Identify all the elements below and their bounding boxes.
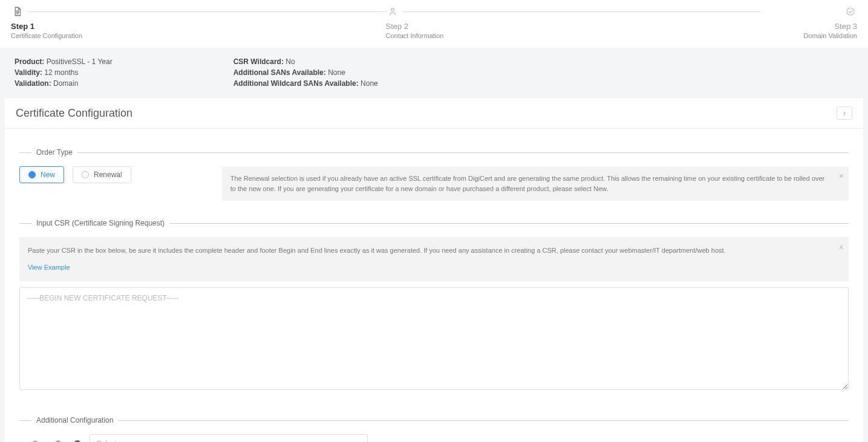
panel-body: Order Type New Renewal × The Renewal sel… <box>5 129 863 442</box>
value-validity: 12 months <box>44 68 78 77</box>
summary-left: Product: PositiveSSL - 1 Year Validity: … <box>15 56 113 89</box>
server-type-row: Server Type ? Select ⌄ <box>19 434 849 442</box>
radio-dot-icon <box>28 171 36 178</box>
label-sans: Additional SANs Available: <box>233 68 326 77</box>
summary-right: CSR Wildcard: No Additional SANs Availab… <box>233 56 378 89</box>
value-wildcard: No <box>286 57 295 66</box>
select-placeholder: Select <box>96 440 116 442</box>
divider <box>169 223 849 224</box>
svg-point-1 <box>847 8 854 15</box>
person-icon <box>386 5 399 18</box>
label-validation: Validation: <box>15 79 51 88</box>
close-icon[interactable]: × <box>839 241 844 254</box>
section-csr-head: Input CSR (Certificate Signing Request) <box>19 219 849 227</box>
csr-instruction-box: × Paste your CSR in the box below, be su… <box>19 237 849 281</box>
section-title: Input CSR (Certificate Signing Request) <box>36 219 165 227</box>
label-wsans: Additional Wildcard SANs Available: <box>233 79 359 88</box>
wizard-step-label: Step 1 <box>11 22 386 31</box>
renewal-info-text: The Renewal selection is used if you alr… <box>230 175 825 192</box>
summary-strip: Product: PositiveSSL - 1 Year Validity: … <box>0 48 868 97</box>
check-icon <box>844 5 857 18</box>
view-example-link[interactable]: View Example <box>28 262 70 273</box>
section-order-type-head: Order Type <box>19 148 849 157</box>
section-addl-head: Additional Configuration <box>19 416 849 424</box>
value-wsans: None <box>361 79 378 88</box>
csr-input[interactable] <box>19 287 849 390</box>
wizard-step-sublabel: Domain Validation <box>760 32 857 39</box>
config-panel: Certificate Configuration › Order Type N… <box>5 97 863 442</box>
divider <box>77 152 849 153</box>
wizard-step-sublabel: Contact Information <box>386 32 761 39</box>
divider <box>19 152 31 153</box>
label-product: Product: <box>15 57 44 66</box>
wizard-connector <box>403 11 761 12</box>
divider <box>19 223 31 224</box>
panel-next-button[interactable]: › <box>837 106 852 120</box>
radio-label: Renewal <box>94 171 122 179</box>
wizard-step-sublabel: Certificate Configuration <box>11 32 386 39</box>
panel-header: Certificate Configuration › <box>5 98 863 129</box>
server-type-label: Server Type ? <box>33 440 81 442</box>
label-wildcard: CSR Wildcard: <box>233 57 284 66</box>
radio-label: New <box>41 171 55 179</box>
wizard-connector <box>28 11 386 12</box>
wizard-bar: Step 1 Certificate Configuration Step 2 … <box>0 0 868 48</box>
section-title: Additional Configuration <box>36 416 113 424</box>
divider <box>19 420 31 421</box>
server-type-select[interactable]: Select ⌄ <box>90 434 368 442</box>
document-icon <box>11 5 24 18</box>
order-type-new[interactable]: New <box>19 166 64 183</box>
csr-instruction-text: Paste your CSR in the box below, be sure… <box>28 247 726 254</box>
value-sans: None <box>328 68 345 77</box>
order-type-renewal[interactable]: Renewal <box>73 166 131 183</box>
wizard-step-1: Step 1 Certificate Configuration <box>11 5 386 39</box>
panel-title: Certificate Configuration <box>16 107 132 120</box>
wizard-step-2: Step 2 Contact Information <box>386 5 761 39</box>
radio-dot-icon <box>82 171 89 178</box>
close-icon[interactable]: × <box>839 170 844 183</box>
order-type-row: New Renewal × The Renewal selection is u… <box>19 166 849 201</box>
renewal-info-box: × The Renewal selection is used if you a… <box>222 166 849 201</box>
divider <box>118 420 849 421</box>
label-validity: Validity: <box>15 68 42 77</box>
field-label-text: Server Type <box>33 440 71 442</box>
chevron-right-icon: › <box>843 109 846 117</box>
section-title: Order Type <box>36 148 73 157</box>
wizard-step-3: Step 3 Domain Validation <box>760 5 857 39</box>
value-validation: Domain <box>53 79 78 88</box>
value-product: PositiveSSL - 1 Year <box>47 57 113 66</box>
wizard-step-label: Step 3 <box>760 22 857 31</box>
svg-point-0 <box>391 8 394 11</box>
wizard-step-label: Step 2 <box>386 22 761 31</box>
